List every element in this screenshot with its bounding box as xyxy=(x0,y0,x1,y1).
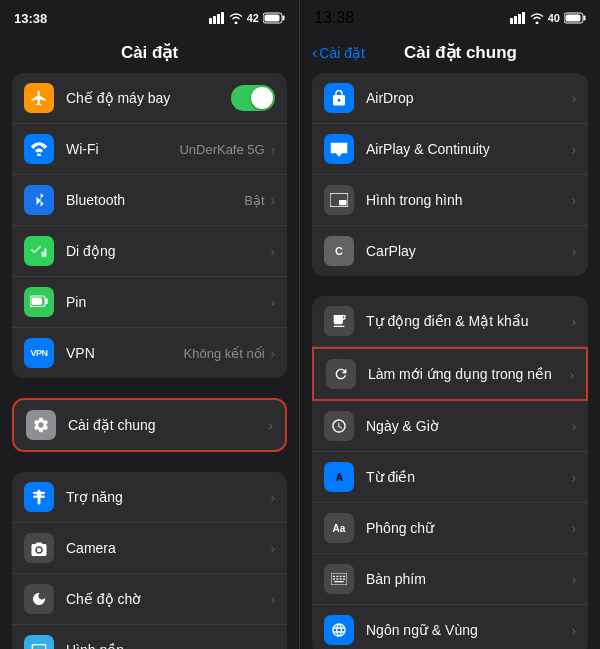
wifi-row[interactable]: Wi-Fi UnDerKafe 5G › xyxy=(12,124,287,175)
back-chevron: ‹ xyxy=(312,44,317,62)
right-status-icons: 40 xyxy=(510,12,586,24)
accessibility-chevron: › xyxy=(271,490,275,505)
bluetooth-row[interactable]: Bluetooth Bật › xyxy=(12,175,287,226)
svg-rect-11 xyxy=(32,298,43,306)
cellular-row[interactable]: Di động › xyxy=(12,226,287,277)
right-nav: ‹ Cài đặt Cài đặt chung xyxy=(300,36,600,73)
pip-row[interactable]: Hình trong hình › xyxy=(312,175,588,226)
right-time: 13:38 xyxy=(314,9,354,27)
standby-row[interactable]: Chế độ chờ › xyxy=(12,574,287,625)
right-panel: 13:38 40 ‹ Cài đặt xyxy=(300,0,600,649)
airplane-icon xyxy=(24,83,54,113)
svg-rect-7 xyxy=(42,252,44,257)
back-label: Cài đặt xyxy=(319,45,365,61)
wallpaper-label: Hình nền xyxy=(66,642,271,649)
standby-icon xyxy=(24,584,54,614)
left-settings-list: Chế độ máy bay Wi-Fi UnDerKafe 5G › xyxy=(0,73,299,649)
airplane-row[interactable]: Chế độ máy bay xyxy=(12,73,287,124)
airplane-toggle[interactable] xyxy=(231,85,275,111)
airplay-content: AirPlay & Continuity xyxy=(366,141,572,157)
cellular-label: Di động xyxy=(66,243,271,259)
general-row[interactable]: Cài đặt chung › xyxy=(14,400,285,450)
bgrefresh-row[interactable]: Làm mới ứng dụng trong nền › xyxy=(312,347,588,401)
bluetooth-chevron: › xyxy=(271,193,275,208)
battery-row[interactable]: Pin › xyxy=(12,277,287,328)
datetime-chevron: › xyxy=(572,419,576,434)
autofill-label: Tự động điền & Mật khẩu xyxy=(366,313,572,329)
bgrefresh-chevron: › xyxy=(570,367,574,382)
vpn-row[interactable]: VPN VPN Không kết nối › xyxy=(12,328,287,378)
airplay-row[interactable]: AirPlay & Continuity › xyxy=(312,124,588,175)
svg-rect-2 xyxy=(217,14,220,24)
airdrop-label: AirDrop xyxy=(366,90,572,106)
keyboard-row[interactable]: Bàn phím › xyxy=(312,554,588,605)
airplane-content: Chế độ máy bay xyxy=(66,90,231,106)
battery-label-txt: Pin xyxy=(66,294,271,310)
camera-chevron: › xyxy=(271,541,275,556)
svg-rect-16 xyxy=(518,14,521,24)
carplay-content: CarPlay xyxy=(366,243,572,259)
airplay-label: AirPlay & Continuity xyxy=(366,141,572,157)
svg-rect-1 xyxy=(213,16,216,24)
right-middle-section: Tự động điền & Mật khẩu › Làm mới ứng dụ… xyxy=(312,296,588,649)
right-top-section: AirDrop › AirPlay & Continuity › xyxy=(312,73,588,276)
camera-row[interactable]: Camera › xyxy=(12,523,287,574)
autofill-row[interactable]: Tự động điền & Mật khẩu › xyxy=(312,296,588,347)
cellular-content: Di động xyxy=(66,243,271,259)
battery-chevron: › xyxy=(271,295,275,310)
standby-label: Chế độ chờ xyxy=(66,591,271,607)
general-chevron: › xyxy=(269,418,273,433)
svg-point-13 xyxy=(37,547,42,552)
bgrefresh-icon xyxy=(326,359,356,389)
language-content: Ngôn ngữ & Vùng xyxy=(366,622,572,638)
airdrop-row[interactable]: AirDrop › xyxy=(312,73,588,124)
toggle-thumb xyxy=(251,87,273,109)
signal-icon xyxy=(209,12,225,24)
vpn-content: VPN xyxy=(66,345,184,361)
svg-rect-29 xyxy=(336,578,338,579)
pip-chevron: › xyxy=(572,193,576,208)
standby-chevron: › xyxy=(271,592,275,607)
svg-rect-22 xyxy=(339,200,347,205)
right-settings-list: AirDrop › AirPlay & Continuity › xyxy=(300,73,600,649)
dictionary-icon: A xyxy=(324,462,354,492)
dictionary-row[interactable]: A Từ điền › xyxy=(312,452,588,503)
carplay-row[interactable]: C CarPlay › xyxy=(312,226,588,276)
standby-content: Chế độ chờ xyxy=(66,591,271,607)
svg-rect-32 xyxy=(334,581,343,582)
camera-content: Camera xyxy=(66,540,271,556)
language-chevron: › xyxy=(572,623,576,638)
wifi-label: Wi-Fi xyxy=(66,141,179,157)
connectivity-section: Chế độ máy bay Wi-Fi UnDerKafe 5G › xyxy=(12,73,287,378)
svg-rect-17 xyxy=(522,12,525,24)
wifi-row-icon xyxy=(24,134,54,164)
wallpaper-row[interactable]: Hình nền › xyxy=(12,625,287,649)
bluetooth-content: Bluetooth xyxy=(66,192,244,208)
airplane-label: Chế độ máy bay xyxy=(66,90,231,106)
carplay-label: CarPlay xyxy=(366,243,572,259)
wifi-content: Wi-Fi xyxy=(66,141,179,157)
back-button[interactable]: ‹ Cài đặt xyxy=(312,44,365,62)
svg-rect-26 xyxy=(340,576,342,577)
bgrefresh-label: Làm mới ứng dụng trong nền xyxy=(368,366,570,382)
language-row[interactable]: Ngôn ngữ & Vùng › xyxy=(312,605,588,649)
left-panel: 13:38 42 Cài đặt xyxy=(0,0,300,649)
vpn-chevron: › xyxy=(271,346,275,361)
general-icon xyxy=(26,410,56,440)
svg-rect-30 xyxy=(340,578,342,579)
camera-row-icon xyxy=(24,533,54,563)
battery-content: Pin xyxy=(66,294,271,310)
fonts-label: Phông chữ xyxy=(366,520,572,536)
fonts-row[interactable]: Aa Phông chữ › xyxy=(312,503,588,554)
fonts-content: Phông chữ xyxy=(366,520,572,536)
svg-rect-14 xyxy=(510,18,513,24)
svg-rect-15 xyxy=(514,16,517,24)
left-screen-title: Cài đặt xyxy=(0,36,299,73)
left-time: 13:38 xyxy=(14,11,47,26)
airplay-chevron: › xyxy=(572,142,576,157)
svg-rect-6 xyxy=(265,15,280,22)
apps-section: Trợ năng › Camera › Chế độ c xyxy=(12,472,287,649)
accessibility-row[interactable]: Trợ năng › xyxy=(12,472,287,523)
datetime-row[interactable]: Ngày & Giờ › xyxy=(312,401,588,452)
cellular-chevron: › xyxy=(271,244,275,259)
